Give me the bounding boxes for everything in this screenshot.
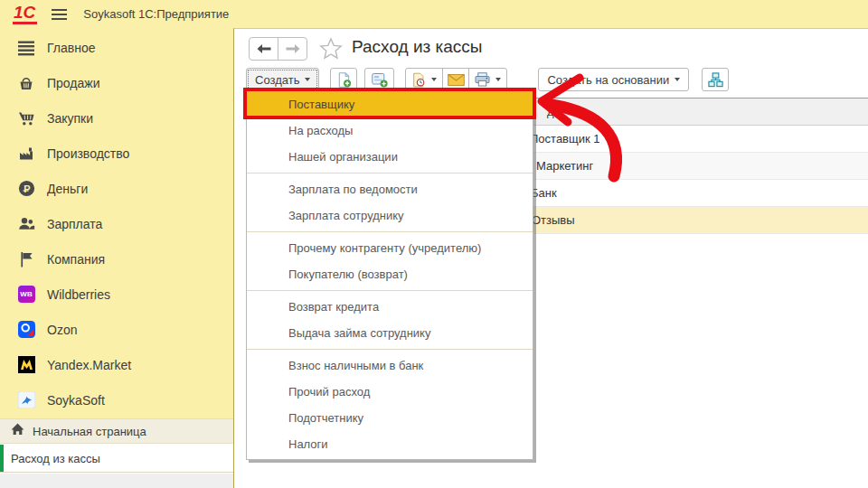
tab-strip-empty — [0, 474, 233, 488]
menu-item-prochij-rasхod[interactable]: Прочий расход — [247, 379, 533, 405]
app-title: Soykasoft 1С:Предприятие — [83, 7, 229, 21]
people-icon — [17, 215, 35, 233]
sidebar-item-proizvodstvo[interactable]: Производство — [0, 136, 233, 171]
topbar: 1С Soykasoft 1С:Предприятие — [0, 0, 868, 28]
menu-item-nashej-organizacii[interactable]: Нашей организации — [247, 144, 533, 170]
tab-home[interactable]: Начальная страница — [0, 418, 233, 444]
forward-button[interactable] — [278, 37, 307, 61]
sidebar: Главное Продажи Закупки Производство Р Д… — [0, 28, 233, 418]
menu-lines-icon — [17, 39, 35, 57]
sidebar-item-zakupki[interactable]: Закупки — [0, 100, 233, 136]
create-based-on-button[interactable]: Создать на основании — [538, 68, 689, 91]
yandex-market-logo — [17, 356, 35, 374]
menu-item-zarplata-sotrudniku[interactable]: Зарплата сотруднику — [247, 202, 533, 229]
sidebar-item-ozon[interactable]: Ozon — [0, 312, 233, 347]
menu-item-prochemu-kontragentu[interactable]: Прочему контрагенту (учредителю) — [247, 235, 533, 261]
svg-text:Р: Р — [24, 183, 30, 194]
ruble-coin-icon: Р — [17, 180, 35, 198]
soykasoft-logo — [17, 391, 35, 409]
cart-icon — [17, 109, 35, 127]
sidebar-item-glavnoe[interactable]: Главное — [0, 30, 233, 65]
factory-icon — [17, 145, 35, 163]
ozon-logo — [17, 321, 35, 339]
menu-item-na-rasхody[interactable]: На расходы — [247, 117, 533, 144]
basket-icon — [17, 74, 35, 92]
menu-item-pokupatelyu-vozvrat[interactable]: Покупателю (возврат) — [247, 261, 533, 287]
tab-rasхod-iz-kassy[interactable]: Расход из кассы — [0, 445, 233, 473]
sidebar-item-kompania[interactable]: Компания — [0, 241, 233, 277]
menu-item-vznos-nalichnymi[interactable]: Взнос наличными в банк — [247, 352, 533, 379]
menu-item-vozvrat-kredita[interactable]: Возврат кредита — [247, 294, 533, 320]
sidebar-item-zarplata[interactable]: Зарплата — [0, 206, 233, 241]
wildberries-logo: WB — [17, 286, 35, 304]
chevron-down-icon — [675, 78, 680, 81]
active-tab-indicator — [0, 445, 4, 472]
menu-item-nalogi[interactable]: Налоги — [247, 431, 533, 457]
create-dropdown-menu: Поставщику На расходы Нашей организации … — [246, 89, 533, 460]
sidebar-item-wildberries[interactable]: WB Wildberries — [0, 277, 233, 312]
menu-separator — [247, 290, 533, 291]
sidebar-item-soykasoft[interactable]: SoykaSoft — [0, 382, 233, 418]
menu-item-postavshiku[interactable]: Поставщику — [247, 91, 533, 117]
menu-separator — [247, 173, 533, 174]
history-nav — [249, 37, 307, 61]
flag-icon — [17, 250, 35, 268]
hamburger-menu-icon[interactable] — [52, 9, 67, 20]
chevron-down-icon — [305, 78, 310, 81]
page-title: Расход из кассы — [352, 37, 482, 57]
1c-logo: 1С — [13, 4, 37, 24]
sidebar-item-dengi[interactable]: Р Деньги — [0, 171, 233, 206]
sidebar-item-prodazhi[interactable]: Продажи — [0, 65, 233, 100]
sidebar-item-yandex-market[interactable]: Yandex.Market — [0, 347, 233, 382]
menu-item-vydacha-zajma[interactable]: Выдача займа сотруднику — [247, 320, 533, 346]
chevron-down-icon — [431, 78, 437, 81]
menu-separator — [247, 349, 533, 350]
chevron-down-icon — [495, 78, 501, 81]
home-icon — [11, 423, 24, 439]
menu-item-zarplata-po-vedomosti[interactable]: Зарплата по ведомости — [247, 176, 533, 202]
back-button[interactable] — [249, 37, 278, 61]
menu-item-podotchetniku[interactable]: Подотчетнику — [247, 405, 533, 431]
favorite-star-icon[interactable] — [319, 37, 343, 63]
related-documents-button[interactable] — [702, 68, 729, 91]
menu-separator — [247, 231, 533, 232]
